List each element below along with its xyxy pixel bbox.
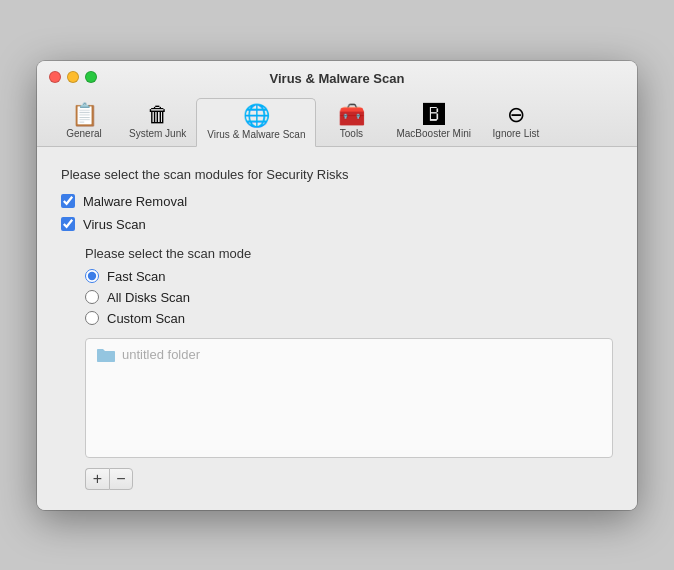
all-disks-scan-label: All Disks Scan (107, 290, 190, 305)
system-junk-icon: 🗑 (147, 104, 169, 126)
tab-tools[interactable]: 🧰 Tools (316, 98, 386, 146)
virus-malware-icon: 🌐 (243, 105, 270, 127)
tab-ignore-list-label: Ignore List (493, 128, 540, 139)
tab-general[interactable]: 📋 General (49, 98, 119, 146)
tab-system-junk-label: System Junk (129, 128, 186, 139)
list-buttons: + − (85, 468, 613, 490)
custom-scan-radio[interactable] (85, 311, 99, 325)
remove-folder-button[interactable]: − (109, 468, 133, 490)
fast-scan-radio-row[interactable]: Fast Scan (61, 269, 613, 284)
all-disks-scan-radio-row[interactable]: All Disks Scan (61, 290, 613, 305)
section-title: Please select the scan modules for Secur… (61, 167, 613, 182)
tab-tools-label: Tools (340, 128, 363, 139)
tab-macbooster-mini[interactable]: 🅱 MacBooster Mini (386, 98, 480, 146)
folder-placeholder-text: untitled folder (122, 347, 200, 362)
content-area: Please select the scan modules for Secur… (37, 147, 637, 510)
ignore-list-icon: ⊖ (507, 104, 525, 126)
folder-icon (96, 347, 116, 363)
add-folder-button[interactable]: + (85, 468, 109, 490)
tools-icon: 🧰 (338, 104, 365, 126)
tab-ignore-list[interactable]: ⊖ Ignore List (481, 98, 551, 146)
virus-scan-checkbox-row[interactable]: Virus Scan (61, 217, 613, 232)
fast-scan-radio[interactable] (85, 269, 99, 283)
titlebar: Virus & Malware Scan 📋 General 🗑 System … (37, 61, 637, 147)
tab-virus-malware-label: Virus & Malware Scan (207, 129, 305, 140)
all-disks-scan-radio[interactable] (85, 290, 99, 304)
general-icon: 📋 (71, 104, 98, 126)
virus-scan-checkbox[interactable] (61, 217, 75, 231)
folder-item: untitled folder (96, 347, 200, 363)
malware-removal-checkbox[interactable] (61, 194, 75, 208)
custom-scan-label: Custom Scan (107, 311, 185, 326)
tab-macbooster-mini-label: MacBooster Mini (396, 128, 470, 139)
main-window: Virus & Malware Scan 📋 General 🗑 System … (37, 61, 637, 510)
fast-scan-label: Fast Scan (107, 269, 166, 284)
window-title: Virus & Malware Scan (49, 71, 625, 86)
scan-mode-title: Please select the scan mode (85, 246, 613, 261)
macbooster-mini-icon: 🅱 (423, 104, 445, 126)
tab-system-junk[interactable]: 🗑 System Junk (119, 98, 196, 146)
malware-removal-checkbox-row[interactable]: Malware Removal (61, 194, 613, 209)
custom-scan-radio-row[interactable]: Custom Scan (61, 311, 613, 326)
tab-general-label: General (66, 128, 102, 139)
tab-bar: 📋 General 🗑 System Junk 🌐 Virus & Malwar… (49, 94, 625, 146)
malware-removal-label: Malware Removal (83, 194, 187, 209)
tab-virus-malware[interactable]: 🌐 Virus & Malware Scan (196, 98, 316, 147)
folder-list[interactable]: untitled folder (85, 338, 613, 458)
virus-scan-label: Virus Scan (83, 217, 146, 232)
